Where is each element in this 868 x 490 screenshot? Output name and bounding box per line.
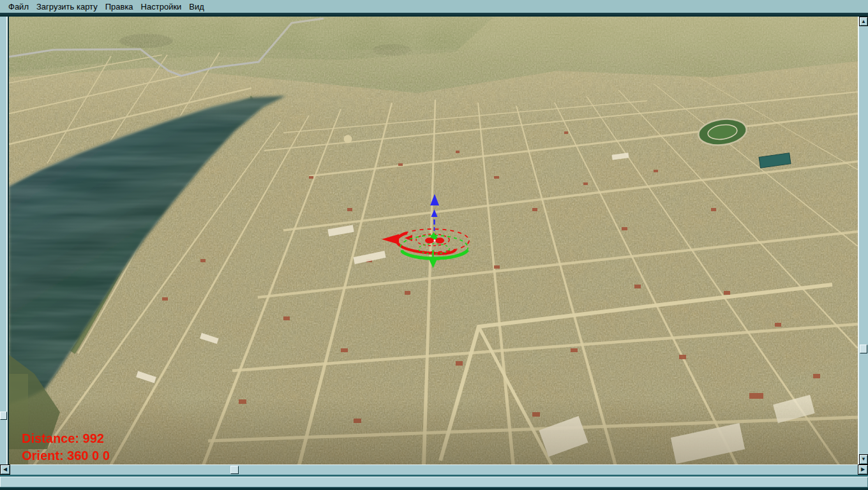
map-editor-window: Файл Загрузить карту Правка Настройки Ви… <box>0 0 868 490</box>
down-arrow-icon: ▼ <box>861 457 866 462</box>
menu-item-load-map[interactable]: Загрузить карту <box>33 1 101 13</box>
map-status-overlay: Distance: 992 Orient: 360 0 0 curPos: 77… <box>22 430 385 464</box>
scroll-down-button[interactable]: ▼ <box>859 454 868 464</box>
scroll-left-button[interactable]: ◀ <box>0 464 10 475</box>
map-3d-view[interactable] <box>9 17 858 464</box>
menu-bar: Файл Загрузить карту Правка Настройки Ви… <box>0 0 868 15</box>
scroll-up-button[interactable]: ▲ <box>859 17 868 26</box>
menu-item-settings[interactable]: Настройки <box>137 1 186 13</box>
hud-orient: Orient: 360 0 0 <box>22 447 385 464</box>
map-viewport: Distance: 992 Orient: 360 0 0 curPos: 77… <box>9 17 858 464</box>
menu-item-view[interactable]: Вид <box>185 1 208 13</box>
left-scrollbar-thumb[interactable] <box>0 412 7 420</box>
left-vertical-scrollbar[interactable] <box>0 17 8 464</box>
distance-haze <box>9 17 858 125</box>
right-arrow-icon: ▶ <box>861 467 865 472</box>
menu-item-edit[interactable]: Правка <box>101 1 137 13</box>
left-arrow-icon: ◀ <box>3 467 7 472</box>
bottom-status-panel <box>0 477 868 489</box>
right-scrollbar-thumb[interactable] <box>860 345 867 353</box>
horizontal-scrollbar[interactable] <box>10 464 858 475</box>
menu-item-file[interactable]: Файл <box>4 1 33 13</box>
roundabout <box>344 135 352 144</box>
scroll-right-button[interactable]: ▶ <box>858 464 868 475</box>
right-vertical-scrollbar[interactable]: ▲ ▼ <box>859 17 868 464</box>
up-arrow-icon: ▲ <box>861 19 866 24</box>
horizontal-scrollbar-thumb[interactable] <box>230 466 239 474</box>
hud-distance: Distance: 992 <box>22 430 385 447</box>
